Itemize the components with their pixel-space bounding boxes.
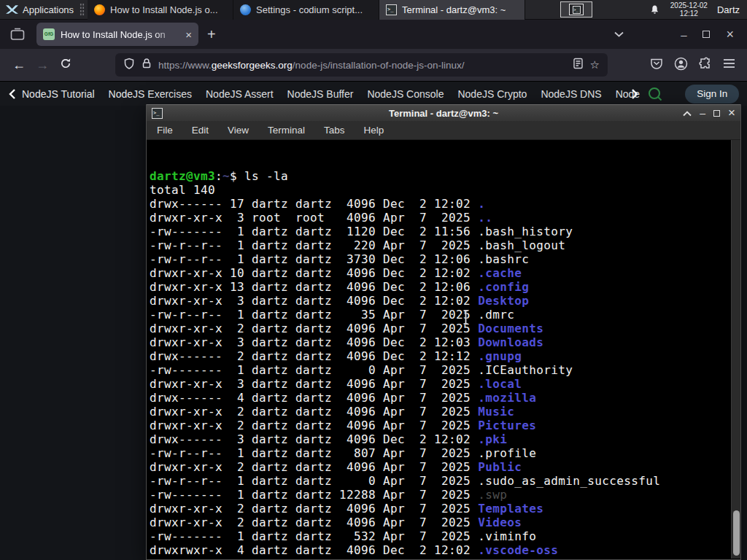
terminal-line: drwxr-xr-x 2 dartz dartz 4096 Apr 7 2025… — [150, 516, 729, 529]
taskbar-button-vscodium[interactable]: Settings - codium script... — [233, 0, 379, 20]
applications-menu-label: Applications — [23, 4, 74, 15]
lock-icon[interactable] — [142, 58, 152, 72]
applications-menu-button[interactable]: Applications — [0, 0, 80, 19]
extensions-puzzle-icon[interactable] — [699, 57, 712, 73]
hamburger-menu-icon[interactable] — [723, 58, 735, 71]
forward-button: → — [31, 58, 54, 73]
tab-title: How to Install Node.js on — [61, 29, 179, 40]
url-path: /node-js/installation-of-node-js-on-linu… — [293, 60, 465, 71]
xfce-logo-icon — [6, 4, 18, 15]
terminal-icon: >_ — [386, 4, 397, 15]
terminal-line: -rw------- 1 dartz dartz 532 Apr 7 2025 … — [150, 529, 729, 543]
terminal-icon: >_ — [152, 108, 163, 119]
close-button[interactable]: × — [726, 28, 734, 40]
new-tab-button[interactable]: + — [207, 26, 216, 43]
terminal-menubar: File Edit View Terminal Tabs Help — [147, 121, 740, 140]
terminal-line: drwxr-xr-x 2 dartz dartz 4096 Apr 7 2025… — [150, 460, 729, 474]
shade-button[interactable] — [683, 106, 692, 120]
window-controls: – × — [614, 28, 740, 41]
terminal-line: -rw-r--r-- 1 dartz dartz 807 Apr 7 2025 … — [150, 446, 729, 460]
menu-view[interactable]: View — [228, 125, 249, 136]
site-nav-items: NodeJS TutorialNodeJS ExercisesNodeJS As… — [22, 88, 640, 100]
terminal-line: drwxrwxr-x 4 dartz dartz 4096 Dec 2 12:0… — [150, 543, 729, 557]
workspace-pager[interactable]: >_ — [560, 1, 592, 18]
site-nav-item[interactable]: NodeJS Crypto — [457, 88, 527, 100]
clock-date: 2025-12-02 — [670, 1, 708, 9]
terminal-line: drwx------ 2 dartz dartz 4096 Dec 2 12:1… — [150, 349, 729, 363]
taskbar-window-buttons: How to Install Node.js o... Settings - c… — [88, 0, 525, 20]
menu-terminal[interactable]: Terminal — [268, 125, 305, 136]
site-nav-item[interactable]: NodeJS DNS — [541, 88, 601, 100]
firefox-view-icon[interactable] — [10, 28, 25, 41]
terminal-line: drwxr-xr-x 2 dartz dartz 4096 Apr 7 2025… — [150, 419, 729, 432]
vscodium-icon — [240, 4, 251, 15]
back-button[interactable]: ← — [7, 58, 31, 73]
menu-edit[interactable]: Edit — [192, 125, 209, 136]
browser-toolbar: ← → https://www.geeksforgeeks.org/node-j… — [0, 49, 747, 81]
terminal-line: drwxr-xr-x 3 root root 4096 Apr 7 2025 .… — [150, 211, 729, 225]
taskbar-button-label: Terminal - dartz@vm3: ~ — [402, 4, 506, 15]
maximize-button[interactable] — [713, 110, 720, 117]
geeksforgeeks-favicon: GfG — [43, 28, 55, 40]
clock-time: 12:12 — [670, 9, 708, 18]
site-nav-item[interactable]: NodeJS Console — [367, 88, 444, 100]
bookmark-star-icon[interactable]: ☆ — [590, 58, 600, 71]
url-domain: geeksforgeeks.org — [212, 60, 293, 71]
terminal-window: >_ Terminal - dartz@vm3: ~ – × File Edit… — [146, 104, 741, 560]
terminal-line: drwxr-xr-x 2 dartz dartz 4096 Apr 7 2025… — [150, 322, 729, 335]
terminal-scrollbar-thumb[interactable] — [733, 510, 740, 556]
desktop: Applications How to Install Node.js o...… — [0, 0, 747, 560]
minimize-button[interactable]: – — [700, 109, 705, 117]
taskbar-button-label: How to Install Node.js o... — [110, 4, 217, 15]
workspace-pager-window: >_ — [569, 4, 584, 15]
site-nav-item[interactable]: NodeJS Buffer — [287, 88, 354, 100]
chevron-right-icon[interactable] — [631, 89, 638, 99]
url-scheme: https://www. — [158, 60, 212, 71]
terminal-icon: >_ — [573, 6, 581, 14]
pocket-icon[interactable] — [650, 58, 663, 73]
notification-bell-icon[interactable] — [649, 4, 660, 15]
reader-view-icon[interactable] — [573, 58, 584, 72]
terminal-line: -rw-r--r-- 1 dartz dartz 220 Apr 7 2025 … — [150, 238, 729, 252]
menu-help[interactable]: Help — [364, 125, 384, 136]
terminal-line: -rw------- 1 dartz dartz 12288 Apr 7 202… — [150, 488, 729, 502]
firefox-icon — [94, 4, 105, 15]
terminal-window-controls: – × — [683, 106, 735, 120]
site-nav-item[interactable]: NodeJS Tutorial — [22, 88, 95, 100]
terminal-line: drwxr-xr-x 10 dartz dartz 4096 Dec 2 12:… — [150, 266, 729, 280]
minimize-button[interactable]: – — [681, 28, 686, 41]
url-bar[interactable]: https://www.geeksforgeeks.org/node-js/in… — [115, 53, 608, 77]
search-icon[interactable] — [647, 86, 663, 102]
panel-handle — [80, 3, 85, 16]
terminal-line: drwx------ 17 dartz dartz 4096 Dec 2 12:… — [150, 197, 729, 211]
menu-tabs[interactable]: Tabs — [324, 125, 345, 136]
browser-tab-active[interactable]: GfG How to Install Node.js on × — [36, 23, 198, 46]
shield-icon[interactable] — [123, 58, 135, 73]
terminal-line: drwxr-xr-x 2 dartz dartz 4096 Apr 7 2025… — [150, 405, 729, 419]
terminal-line: drwxr-xr-x 2 dartz dartz 4096 Apr 7 2025… — [150, 502, 729, 516]
panel-user-label[interactable]: Dartz — [717, 4, 740, 15]
site-nav-item[interactable]: NodeJS Assert — [206, 88, 274, 100]
terminal-line: drwxr-xr-x 3 dartz dartz 4096 Dec 2 12:0… — [150, 335, 729, 349]
account-icon[interactable] — [674, 57, 688, 74]
close-button[interactable]: × — [728, 108, 735, 118]
taskbar-button-firefox[interactable]: How to Install Node.js o... — [88, 0, 233, 20]
terminal-line: -rw------- 1 dartz dartz 0 Apr 7 2025 .I… — [150, 363, 729, 377]
maximize-button[interactable] — [703, 31, 710, 38]
menu-file[interactable]: File — [157, 125, 173, 136]
reload-button[interactable] — [54, 58, 77, 73]
terminal-titlebar[interactable]: >_ Terminal - dartz@vm3: ~ – × — [147, 104, 740, 121]
chevron-left-icon[interactable] — [9, 89, 16, 99]
toolbar-right-icons — [649, 57, 740, 74]
terminal-line: drwxr-xr-x 3 dartz dartz 4096 Apr 7 2025… — [150, 377, 729, 391]
sign-in-button[interactable]: Sign In — [685, 85, 739, 104]
terminal-output[interactable]: dartz@vm3:~$ ls -latotal 140drwx------ 1… — [147, 140, 740, 559]
tab-close-icon[interactable]: × — [185, 29, 192, 40]
list-all-tabs-chevron-icon[interactable] — [614, 31, 624, 37]
taskbar-button-terminal[interactable]: >_ Terminal - dartz@vm3: ~ — [379, 0, 525, 20]
panel-clock[interactable]: 2025-12-02 12:12 — [670, 1, 708, 18]
terminal-line: drwxr-xr-x 3 dartz dartz 4096 Dec 2 12:0… — [150, 294, 729, 308]
terminal-scrollbar[interactable] — [731, 140, 740, 559]
terminal-line: drwx------ 4 dartz dartz 4096 Apr 7 2025… — [150, 391, 729, 405]
site-nav-item[interactable]: NodeJS Exercises — [109, 88, 192, 100]
